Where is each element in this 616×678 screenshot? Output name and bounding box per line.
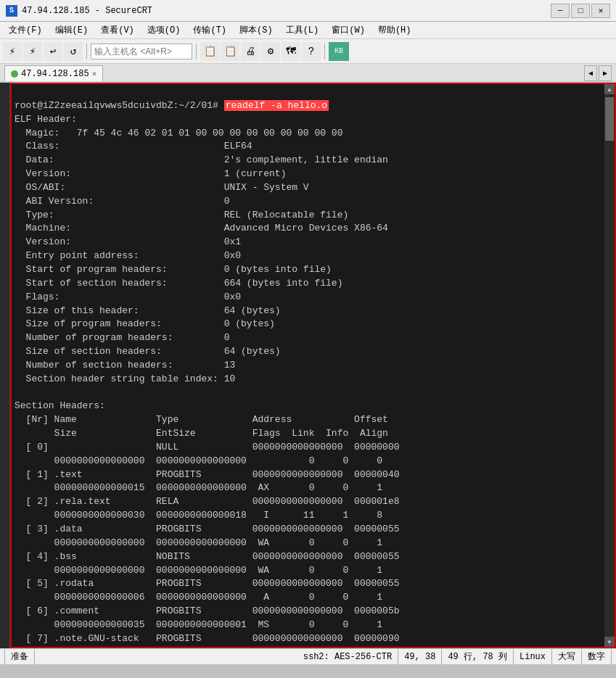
tab-close-button[interactable]: ✕	[92, 69, 97, 78]
command-highlight: readelf -a hello.o	[224, 100, 329, 111]
window-controls: ─ □ ✕	[551, 4, 610, 18]
toolbar-map[interactable]: 🗺	[282, 42, 300, 61]
terminal-border: root@iZ2zeeailqvwws5dcuivdbZ:~/2/01# rea…	[10, 83, 616, 648]
scrollbar-track[interactable]	[604, 94, 615, 637]
scrollbar[interactable]: ▲ ▼	[604, 84, 615, 647]
menu-options[interactable]: 选项(O)	[141, 22, 186, 38]
toolbar-help[interactable]: ?	[302, 42, 321, 61]
title-bar: S 47.94.128.185 - SecureCRT ─ □ ✕	[0, 0, 616, 22]
session-tab[interactable]: 47.94.128.185 ✕	[4, 65, 103, 81]
tab-navigation: ◀ ▶	[584, 65, 612, 81]
toolbar-reconnect[interactable]: ↺	[64, 42, 83, 61]
menu-view[interactable]: 查看(V)	[95, 22, 140, 38]
menu-window[interactable]: 窗口(W)	[326, 22, 371, 38]
status-caps: 大写	[552, 649, 582, 664]
left-ruler	[0, 83, 10, 648]
terminal-output[interactable]: root@iZ2zeeailqvwws5dcuivdbZ:~/2/01# rea…	[12, 84, 604, 647]
menu-bar: 文件(F) 编辑(E) 查看(V) 选项(O) 传输(T) 脚本(S) 工具(L…	[0, 22, 616, 39]
menu-tools[interactable]: 工具(L)	[280, 22, 325, 38]
toolbar-keymap[interactable]: KB	[329, 42, 349, 61]
connection-status-indicator	[11, 70, 18, 78]
status-num: 数字	[582, 649, 612, 664]
terminal-container: root@iZ2zeeailqvwws5dcuivdbZ:~/2/01# rea…	[0, 83, 616, 648]
tab-title: 47.94.128.185	[21, 69, 89, 79]
toolbar-separator-3	[324, 44, 325, 59]
minimize-button[interactable]: ─	[551, 4, 570, 18]
scroll-up-button[interactable]: ▲	[604, 84, 615, 94]
toolbar-copy[interactable]: 📋	[200, 42, 219, 61]
toolbar-print[interactable]: 🖨	[241, 42, 260, 61]
toolbar-paste[interactable]: 📋	[221, 42, 239, 61]
status-bar: 准备 ssh2: AES-256-CTR 49, 38 49 行, 78 列 L…	[0, 648, 616, 664]
status-session: ssh2: AES-256-CTR	[297, 649, 398, 664]
maximize-button[interactable]: □	[571, 4, 590, 18]
scroll-down-button[interactable]: ▼	[604, 637, 615, 647]
toolbar-separator-2	[196, 44, 197, 59]
elf-output: ELF Header: Magic: 7f 45 4c 46 02 01 01 …	[15, 114, 400, 647]
toolbar-disconnect[interactable]: ↩	[44, 42, 62, 61]
menu-transfer[interactable]: 传输(T)	[187, 22, 232, 38]
host-input[interactable]	[91, 44, 192, 59]
status-os: Linux	[514, 649, 552, 664]
toolbar-connect[interactable]: ⚡	[23, 42, 42, 61]
menu-help[interactable]: 帮助(H)	[372, 22, 417, 38]
menu-edit[interactable]: 编辑(E)	[49, 22, 94, 38]
title-bar-left: S 47.94.128.185 - SecureCRT	[6, 5, 152, 17]
tab-bar: 47.94.128.185 ✕ ◀ ▶	[0, 64, 616, 83]
status-ready: 准备	[4, 649, 35, 664]
status-position: 49, 38	[398, 649, 442, 664]
prompt-line: root@iZ2zeeailqvwws5dcuivdbZ:~/2/01# rea…	[15, 100, 329, 111]
toolbar-separator-1	[86, 44, 87, 59]
close-button[interactable]: ✕	[591, 4, 610, 18]
menu-file[interactable]: 文件(F)	[3, 22, 48, 38]
scrollbar-thumb[interactable]	[605, 97, 614, 141]
tab-prev-button[interactable]: ◀	[584, 65, 597, 81]
status-info: 49 行, 78 列	[442, 649, 514, 664]
toolbar-settings[interactable]: ⚙	[261, 42, 280, 61]
window-title: 47.94.128.185 - SecureCRT	[22, 6, 152, 16]
menu-scripts[interactable]: 脚本(S)	[234, 22, 279, 38]
toolbar: ⚡ ⚡ ↩ ↺ 📋 📋 🖨 ⚙ 🗺 ? KB	[0, 39, 616, 64]
app-icon: S	[6, 5, 17, 17]
tab-next-button[interactable]: ▶	[599, 65, 612, 81]
toolbar-new-session[interactable]: ⚡	[3, 42, 22, 61]
